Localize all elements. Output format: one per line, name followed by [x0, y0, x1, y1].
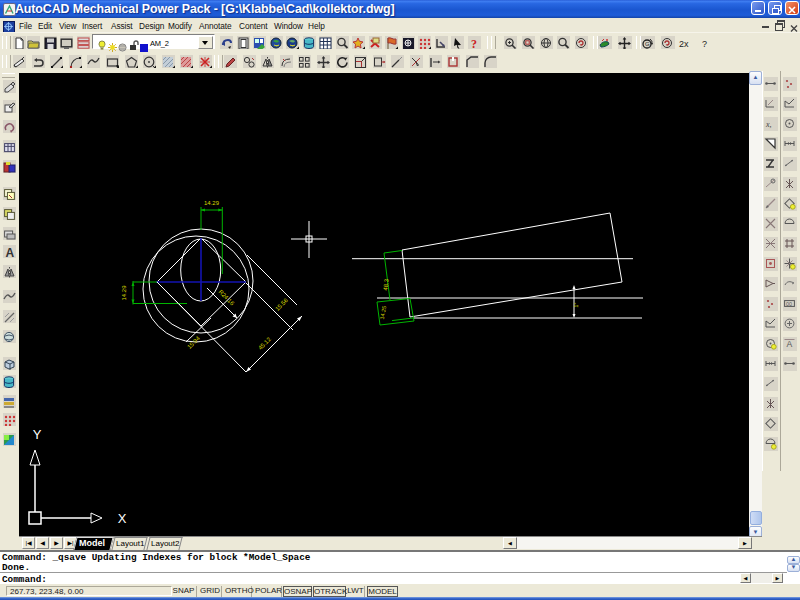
svg-text:15.56: 15.56 [274, 297, 289, 312]
svg-text:R24.16: R24.16 [217, 289, 235, 307]
svg-text:00: 00 [786, 301, 792, 307]
svg-text:14.25: 14.25 [379, 305, 387, 320]
svg-text:G: G [645, 41, 650, 47]
svg-text:14.29: 14.29 [204, 200, 220, 206]
svg-text:X: X [118, 511, 127, 526]
svg-text:?: ? [702, 39, 707, 49]
svg-text:A: A [5, 246, 14, 258]
svg-text:14.29: 14.29 [121, 285, 127, 301]
svg-text:45.12: 45.12 [257, 336, 272, 351]
svg-text:x,: x, [765, 120, 772, 129]
svg-text:A: A [786, 339, 792, 349]
svg-text:Y: Y [33, 427, 42, 442]
svg-text:1°: 1° [573, 303, 579, 308]
svg-text:?: ? [471, 37, 477, 49]
svg-text:2x: 2x [679, 39, 689, 49]
